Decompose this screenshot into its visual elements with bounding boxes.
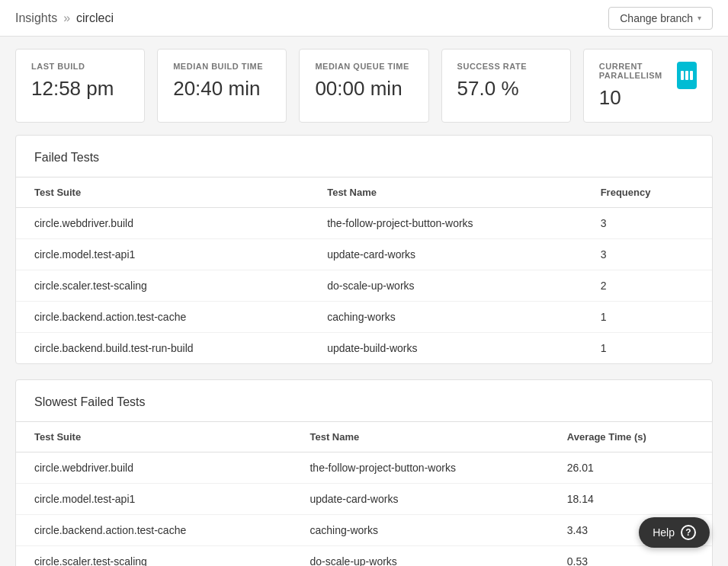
metric-success-rate-label: SUCCESS RATE xyxy=(457,62,555,71)
metric-median-queue-time-label: MEDIAN QUEUE TIME xyxy=(315,62,412,71)
table-row: circle.scaler.test-scaling do-scale-up-w… xyxy=(16,270,712,302)
help-button[interactable]: Help ? xyxy=(639,517,710,548)
frequency-cell: 2 xyxy=(582,270,712,302)
test-name-cell: caching-works xyxy=(291,515,548,546)
parallelism-icon[interactable] xyxy=(677,62,697,89)
test-name-cell: update-card-works xyxy=(291,484,548,515)
metric-success-rate-value: 57.0 % xyxy=(457,77,555,101)
table-row: circle.backend.build.test-run-build upda… xyxy=(16,333,712,364)
col-header-test-suite-slowest: Test Suite xyxy=(16,422,291,452)
help-label: Help xyxy=(653,526,675,539)
col-header-test-suite-failed: Test Suite xyxy=(16,177,309,208)
frequency-cell: 3 xyxy=(582,239,712,270)
frequency-cell: 1 xyxy=(582,333,712,364)
failed-tests-table: Test Suite Test Name Frequency circle.we… xyxy=(16,177,712,363)
metric-median-build-time: MEDIAN BUILD TIME 20:40 min xyxy=(157,49,287,123)
test-suite-cell: circle.backend.action.test-cache xyxy=(16,302,309,333)
test-name-cell: update-build-works xyxy=(309,333,582,364)
help-icon: ? xyxy=(681,525,696,540)
metric-current-parallelism: CURRENT PARALLELISM 10 xyxy=(583,49,713,123)
metric-last-build-value: 12:58 pm xyxy=(31,77,129,101)
metrics-row: LAST BUILD 12:58 pm MEDIAN BUILD TIME 20… xyxy=(0,37,728,135)
col-header-frequency: Frequency xyxy=(582,177,712,208)
test-name-cell: do-scale-up-works xyxy=(291,546,548,567)
table-row: circle.backend.action.test-cache caching… xyxy=(16,302,712,333)
test-name-cell: do-scale-up-works xyxy=(309,270,582,302)
metric-parallelism-label: CURRENT PARALLELISM xyxy=(599,62,678,80)
test-suite-cell: circle.webdriver.build xyxy=(16,208,309,239)
test-suite-cell: circle.webdriver.build xyxy=(16,452,291,484)
table-row: circle.backend.action.test-cache caching… xyxy=(16,515,712,546)
test-suite-cell: circle.backend.action.test-cache xyxy=(16,515,291,546)
metric-median-build-time-label: MEDIAN BUILD TIME xyxy=(173,62,271,71)
breadcrumb-project: circleci xyxy=(76,11,114,25)
test-suite-cell: circle.model.test-api1 xyxy=(16,239,309,270)
slowest-failed-tests-title: Slowest Failed Tests xyxy=(16,380,712,421)
avg-time-cell: 18.14 xyxy=(549,484,712,515)
slowest-failed-tests-table: Test Suite Test Name Average Time (s) ci… xyxy=(16,421,712,566)
slowest-failed-tests-section: Slowest Failed Tests Test Suite Test Nam… xyxy=(15,379,713,566)
failed-tests-section: Failed Tests Test Suite Test Name Freque… xyxy=(15,135,713,364)
table-row: circle.model.test-api1 update-card-works… xyxy=(16,239,712,270)
test-suite-cell: circle.scaler.test-scaling xyxy=(16,546,291,567)
metric-parallelism-value: 10 xyxy=(599,86,678,110)
test-name-cell: update-card-works xyxy=(309,239,582,270)
change-branch-label: Change branch xyxy=(620,12,693,24)
col-header-avg-time: Average Time (s) xyxy=(549,422,712,452)
metric-median-build-time-value: 20:40 min xyxy=(173,77,271,101)
svg-rect-1 xyxy=(685,71,688,80)
col-header-test-name-failed: Test Name xyxy=(309,177,582,208)
metric-last-build: LAST BUILD 12:58 pm xyxy=(15,49,145,123)
svg-rect-2 xyxy=(690,71,693,80)
avg-time-cell: 26.01 xyxy=(549,452,712,484)
breadcrumb-insights[interactable]: Insights xyxy=(15,11,57,25)
test-suite-cell: circle.scaler.test-scaling xyxy=(16,270,309,302)
table-row: circle.webdriver.build the-follow-projec… xyxy=(16,208,712,239)
change-branch-button[interactable]: Change branch ▾ xyxy=(608,7,713,30)
test-suite-cell: circle.model.test-api1 xyxy=(16,484,291,515)
avg-time-cell: 0.53 xyxy=(549,546,712,567)
breadcrumb: Insights » circleci xyxy=(15,11,114,25)
failed-tests-header-row: Test Suite Test Name Frequency xyxy=(16,177,712,208)
breadcrumb-separator: » xyxy=(63,11,70,25)
metric-last-build-label: LAST BUILD xyxy=(31,62,129,71)
table-row: circle.webdriver.build the-follow-projec… xyxy=(16,452,712,484)
metric-success-rate: SUCCESS RATE 57.0 % xyxy=(441,49,571,123)
test-name-cell: the-follow-project-button-works xyxy=(291,452,548,484)
test-name-cell: the-follow-project-button-works xyxy=(309,208,582,239)
chevron-down-icon: ▾ xyxy=(698,14,701,22)
test-suite-cell: circle.backend.build.test-run-build xyxy=(16,333,309,364)
svg-rect-0 xyxy=(681,71,684,80)
slowest-tests-header-row: Test Suite Test Name Average Time (s) xyxy=(16,422,712,452)
page-header: Insights » circleci Change branch ▾ xyxy=(0,0,728,37)
failed-tests-title: Failed Tests xyxy=(16,136,712,177)
table-row: circle.scaler.test-scaling do-scale-up-w… xyxy=(16,546,712,567)
col-header-test-name-slowest: Test Name xyxy=(291,422,548,452)
frequency-cell: 1 xyxy=(582,302,712,333)
table-row: circle.model.test-api1 update-card-works… xyxy=(16,484,712,515)
metric-median-queue-time-value: 00:00 min xyxy=(315,77,412,101)
metric-median-queue-time: MEDIAN QUEUE TIME 00:00 min xyxy=(299,49,428,123)
test-name-cell: caching-works xyxy=(309,302,582,333)
frequency-cell: 3 xyxy=(582,208,712,239)
